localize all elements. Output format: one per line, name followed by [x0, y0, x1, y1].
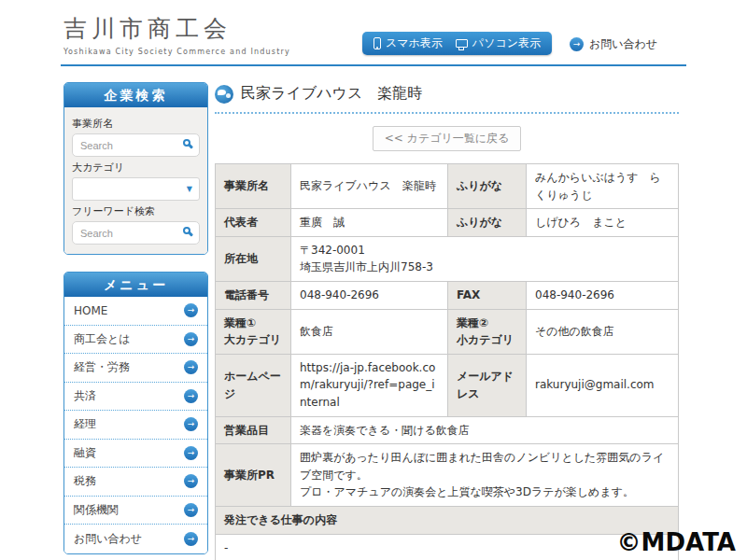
pc-view-button[interactable]: パソコン表示	[456, 35, 541, 51]
sidebar-menu-item[interactable]: 経営・労務→	[64, 354, 207, 383]
table-label-cell: 代表者	[216, 209, 291, 237]
menu-item-label: 経営・労務	[74, 359, 130, 375]
table-row: 業種① 大カテゴリ飲食店業種② 小カテゴリその他の飲食店	[216, 309, 679, 354]
sidebar-menu-item[interactable]: 商工会とは→	[64, 326, 207, 355]
menu-item-label: お問い合わせ	[74, 531, 142, 547]
menu-item-label: 関係機関	[74, 502, 119, 518]
sidebar-menu-item[interactable]: 経理→	[64, 411, 207, 440]
table-value-cell: 048-940-2696	[291, 281, 448, 309]
table-label-cell: 電話番号	[216, 281, 291, 309]
table-value-cell: 民家ライブハウス 楽龍時	[291, 164, 448, 209]
category-label: 大カテゴリ	[72, 161, 200, 175]
business-detail-table: 事業所名民家ライブハウス 楽龍時ふりがなみんからいぶはうす らくりゅうじ代表者重…	[215, 163, 679, 560]
arrow-circle-icon: →	[184, 417, 198, 431]
contact-link[interactable]: → お問い合わせ	[570, 36, 657, 52]
arrow-circle-icon: →	[184, 332, 198, 346]
table-value-cell: 〒342-0001 埼玉県吉川市上内川758-3	[291, 236, 679, 281]
table-label-cell: FAX	[448, 281, 527, 309]
menu-item-label: 税務	[74, 473, 96, 489]
search-icon[interactable]	[183, 227, 190, 234]
arrow-circle-icon: →	[184, 360, 198, 374]
watermark: ©MDATA	[617, 528, 736, 556]
table-value-cell: その他の飲食店	[527, 309, 679, 354]
site-subtitle: Yoshikawa City Society Commerce and Indu…	[63, 48, 290, 56]
page-title-bar: 民家ライブハウス 楽龍時	[215, 84, 679, 114]
category-select[interactable]	[72, 177, 200, 201]
table-label-cell: 事業所名	[216, 164, 291, 209]
table-value-cell: 囲炉裏があったり田んぼに囲まれた田舎のノンビリとした雰囲気のライブ空間です。 プ…	[291, 444, 679, 507]
sidebar-menu-item[interactable]: お問い合わせ→	[64, 525, 207, 553]
detail-table-body: 事業所名民家ライブハウス 楽龍時ふりがなみんからいぶはうす らくりゅうじ代表者重…	[216, 164, 679, 560]
table-row: 営業品目楽器を演奏できる・聞ける飲食店	[216, 416, 679, 444]
menu-item-label: 共済	[74, 388, 96, 404]
arrow-circle-icon: →	[184, 474, 198, 488]
menu-item-label: HOME	[74, 304, 107, 317]
sidebar-menu-item[interactable]: HOME→	[64, 297, 207, 326]
menu-list: HOME→商工会とは→経営・労務→共済→経理→融資→税務→関係機関→お問い合わせ…	[64, 297, 207, 553]
arrow-circle-icon: →	[184, 446, 198, 460]
menu-item-label: 商工会とは	[74, 331, 131, 347]
table-row: 事業所PR囲炉裏があったり田んぼに囲まれた田舎のノンビリとした雰囲気のライブ空間…	[216, 444, 679, 507]
table-value-cell: 飲食店	[291, 309, 448, 354]
pc-view-label: パソコン表示	[472, 35, 541, 51]
menu-item-label: 融資	[74, 445, 96, 461]
menu-item-label: 経理	[74, 416, 96, 432]
table-label-cell: 業種① 大カテゴリ	[216, 309, 291, 354]
sidebar-menu-item[interactable]: 融資→	[64, 440, 207, 469]
page-title: 民家ライブハウス 楽龍時	[241, 84, 422, 104]
arrow-circle-icon: →	[184, 389, 198, 403]
contact-link-label: お問い合わせ	[589, 36, 657, 52]
sidebar: 企業検索 事業所名 大カテゴリ ▼ フリーワード検索 メニュー HOME→商工会…	[63, 82, 208, 560]
sidebar-menu-item[interactable]: 共済→	[64, 383, 207, 412]
table-row: 発注できる仕事の内容	[216, 506, 679, 534]
table-label-cell: 所在地	[216, 236, 291, 281]
site-title: 吉川市商工会	[63, 13, 290, 44]
table-value-cell: 重廣 誠	[291, 209, 448, 237]
back-to-category-button[interactable]: << カテゴリ一覧に戻る	[373, 126, 522, 151]
table-row: -	[216, 534, 679, 560]
arrow-circle-icon: →	[184, 532, 198, 546]
smartphone-view-label: スマホ表示	[386, 35, 443, 51]
site-logo: 吉川市商工会 Yoshikawa City Society Commerce a…	[63, 13, 290, 56]
header-divider	[61, 64, 686, 66]
company-search-body: 事業所名 大カテゴリ ▼ フリーワード検索	[64, 107, 207, 254]
menu-box: メニュー HOME→商工会とは→経営・労務→共済→経理→融資→税務→関係機関→お…	[63, 272, 208, 554]
table-label-cell: メールアドレス	[448, 354, 527, 416]
table-row: 所在地〒342-0001 埼玉県吉川市上内川758-3	[216, 236, 679, 281]
monitor-icon	[456, 39, 468, 48]
business-name-search-input[interactable]	[72, 133, 200, 157]
menu-title: メニュー	[64, 273, 207, 297]
mascot-icon	[215, 85, 233, 104]
arrow-circle-icon: →	[184, 503, 198, 517]
arrow-circle-icon: →	[184, 303, 198, 317]
table-value-cell: しげひろ まこと	[527, 209, 679, 237]
table-value-cell: rakuryuji@gmail.com	[527, 354, 679, 416]
table-row: 電話番号048-940-2696FAX048-940-2696	[216, 281, 679, 309]
smartphone-view-button[interactable]: スマホ表示	[374, 35, 443, 51]
business-name-label: 事業所名	[72, 117, 200, 131]
sidebar-menu-item[interactable]: 関係機関→	[64, 497, 207, 525]
table-row: ホームページhttps://ja-jp.facebook.com/rakuryu…	[216, 354, 679, 416]
freeword-label: フリーワード検索	[72, 204, 200, 218]
table-row: 代表者重廣 誠ふりがなしげひろ まこと	[216, 209, 679, 237]
table-label-cell: ふりがな	[448, 164, 527, 209]
table-value-cell: -	[216, 534, 679, 560]
table-label-cell: 営業品目	[216, 416, 291, 444]
table-value-cell: みんからいぶはうす らくりゅうじ	[527, 164, 679, 209]
arrow-circle-icon: →	[570, 37, 584, 51]
table-section-cell: 発注できる仕事の内容	[216, 506, 679, 534]
main-content: 民家ライブハウス 楽龍時 << カテゴリ一覧に戻る 事業所名民家ライブハウス 楽…	[215, 84, 679, 560]
table-label-cell: ふりがな	[448, 209, 527, 237]
sidebar-menu-item[interactable]: 税務→	[64, 468, 207, 497]
table-label-cell: 業種② 小カテゴリ	[448, 309, 527, 354]
company-search-box: 企業検索 事業所名 大カテゴリ ▼ フリーワード検索	[63, 82, 208, 255]
table-label-cell: ホームページ	[216, 354, 291, 416]
search-icon[interactable]	[183, 139, 190, 147]
company-search-title: 企業検索	[64, 83, 207, 107]
table-value-cell: https://ja-jp.facebook.com/rakuryuji/?re…	[291, 354, 448, 416]
table-value-cell: 048-940-2696	[527, 281, 679, 309]
table-label-cell: 事業所PR	[216, 444, 291, 507]
table-row: 事業所名民家ライブハウス 楽龍時ふりがなみんからいぶはうす らくりゅうじ	[216, 164, 679, 209]
smartphone-icon	[374, 37, 381, 49]
freeword-search-input[interactable]	[72, 221, 200, 245]
